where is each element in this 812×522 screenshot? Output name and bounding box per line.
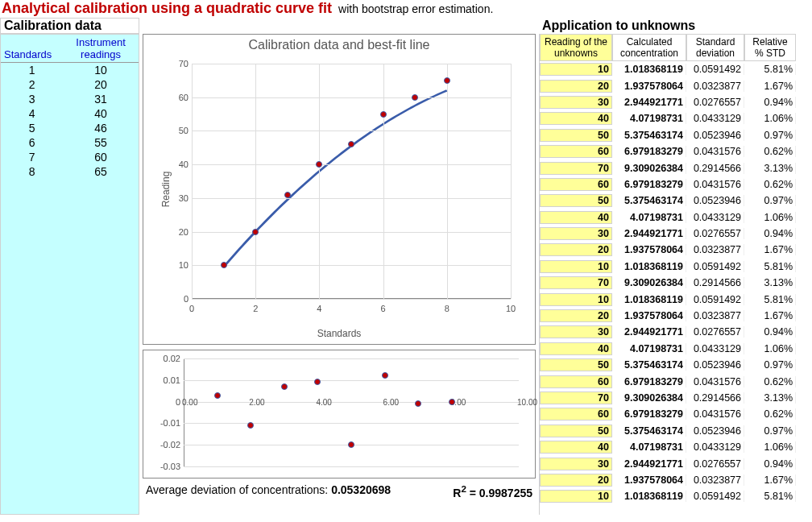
residuals-chart: -0.03-0.02-0.0100.010.020.002.004.006.00… <box>143 350 536 478</box>
data-point <box>412 94 418 101</box>
residual-point <box>314 379 321 385</box>
data-point <box>316 161 322 168</box>
unknown-row[interactable]: 404.071987310.04331291.06% <box>540 341 808 357</box>
unknown-row[interactable]: 201.9375780640.03238771.67% <box>540 77 808 93</box>
unknown-row[interactable]: 606.9791832790.04315760.62% <box>540 176 808 193</box>
calibration-title: Calibration data <box>0 18 139 34</box>
unknown-row[interactable]: 201.9375780640.03238771.67% <box>540 308 808 324</box>
chart-title: Calibration data and best-fit line <box>143 35 535 52</box>
unknowns-table: Reading of theunknowns Calculated concen… <box>539 34 808 515</box>
page-title-main: Analytical calibration using a quadratic… <box>2 0 332 17</box>
data-point <box>380 111 387 118</box>
x-axis-label: Standards <box>143 328 535 339</box>
unknown-row[interactable]: 505.3754631740.05239460.97% <box>540 357 808 373</box>
data-point <box>252 229 259 235</box>
avg-dev-value: 0.05320698 <box>331 483 391 496</box>
residual-point <box>348 441 354 448</box>
unknown-row[interactable]: 302.9449217710.02765570.94% <box>540 455 808 471</box>
unknown-row[interactable]: 505.3754631740.05239460.97% <box>540 193 808 209</box>
unknown-row[interactable]: 606.9791832790.04315760.62% <box>540 143 808 160</box>
col-header-reading-unknowns: Reading of theunknowns <box>540 34 612 61</box>
residual-point <box>214 392 221 399</box>
main-chart: Calibration data and best-fit line Readi… <box>143 34 536 345</box>
unknown-row[interactable]: 201.9375780640.03238771.67% <box>540 242 808 258</box>
unknown-row[interactable]: 709.3090263840.29145663.13% <box>540 390 808 406</box>
unknown-row[interactable]: 101.0183681190.05914925.81% <box>540 259 808 275</box>
calibration-table: Standards Instrument readings 1102203314… <box>0 34 139 515</box>
unknown-row[interactable]: 505.3754631740.05239460.97% <box>540 127 808 143</box>
data-point <box>444 77 450 84</box>
application-title: Application to unknowns <box>539 19 695 33</box>
unknown-row[interactable]: 709.3090263840.29145663.13% <box>540 160 808 176</box>
unknown-row[interactable]: 101.0183681190.05914925.81% <box>540 488 808 504</box>
calibration-row[interactable]: 865 <box>1 164 139 179</box>
calibration-row[interactable]: 110 <box>1 63 139 77</box>
unknown-row[interactable]: 302.9449217710.02765570.94% <box>540 324 808 340</box>
unknown-row[interactable]: 505.3754631740.05239460.97% <box>540 423 808 439</box>
data-point <box>348 141 354 147</box>
calibration-row[interactable]: 331 <box>1 92 139 106</box>
col-header-standards: Standards <box>1 35 63 62</box>
data-point <box>221 262 227 268</box>
residual-point <box>281 383 288 390</box>
residual-point <box>415 400 421 407</box>
col-header-calc-conc: Calculated concentration <box>612 34 686 61</box>
unknown-row[interactable]: 302.9449217710.02765570.94% <box>540 94 808 110</box>
col-header-rel-std: Relative % STD <box>744 34 796 61</box>
calibration-row[interactable]: 440 <box>1 106 139 121</box>
residual-point <box>449 399 455 405</box>
calibration-row[interactable]: 220 <box>1 77 139 92</box>
col-header-std-dev: Standard deviation <box>686 34 744 61</box>
unknown-row[interactable]: 302.9449217710.02765570.94% <box>540 226 808 242</box>
data-point <box>284 192 291 198</box>
unknown-row[interactable]: 606.9791832790.04315760.62% <box>540 406 808 422</box>
unknown-row[interactable]: 101.0183681190.05914925.81% <box>540 61 808 77</box>
unknown-row[interactable]: 404.071987310.04331291.06% <box>540 209 808 226</box>
page-title-sub: with bootstrap error estimation. <box>338 2 493 15</box>
unknown-row[interactable]: 201.9375780640.03238771.67% <box>540 472 808 488</box>
unknown-row[interactable]: 606.9791832790.04315760.62% <box>540 373 808 389</box>
unknown-row[interactable]: 101.0183681190.05914925.81% <box>540 291 808 307</box>
col-header-readings: Instrument readings <box>63 35 139 62</box>
avg-dev-label: Average deviation of concentrations: 0.0… <box>146 483 391 499</box>
unknown-row[interactable]: 404.071987310.04331291.06% <box>540 110 808 126</box>
unknown-row[interactable]: 709.3090263840.29145663.13% <box>540 275 808 291</box>
unknown-row[interactable]: 404.071987310.04331291.06% <box>540 439 808 455</box>
calibration-row[interactable]: 546 <box>1 121 139 135</box>
calibration-row[interactable]: 760 <box>1 150 139 164</box>
residual-point <box>382 372 388 379</box>
residual-point <box>247 422 254 429</box>
r-squared: R2 = 0.9987255 <box>453 483 532 499</box>
calibration-row[interactable]: 655 <box>1 135 139 150</box>
